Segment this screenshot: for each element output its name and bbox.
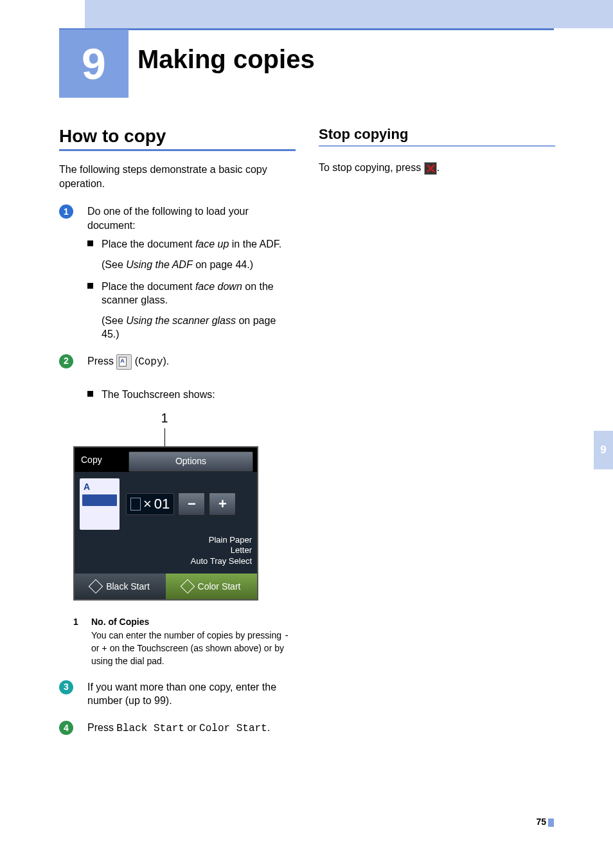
ts-title: Copy <box>75 448 125 472</box>
step-2-sub-1: The Touchscreen shows: <box>87 388 296 402</box>
step-1: 1 Do one of the following to load your d… <box>59 204 296 341</box>
callout-1-number: 1 <box>161 411 168 425</box>
ts-plus-button[interactable]: + <box>209 493 236 516</box>
copy-icon <box>116 354 132 370</box>
step-3: 3 If you want more than one copy, enter … <box>59 680 296 708</box>
left-column: How to copy The following steps demonstr… <box>59 126 296 749</box>
ts-minus-button[interactable]: − <box>178 493 205 516</box>
ts-settings-info: Plain Paper Letter Auto Tray Select <box>80 535 252 568</box>
ts-copy-count[interactable]: ×01 <box>126 493 174 515</box>
square-bullet-icon <box>87 391 93 397</box>
step-bullet-4: 4 <box>59 721 73 735</box>
stop-copying-text: To stop copying, press . <box>319 161 555 175</box>
steps-list: 1 Do one of the following to load your d… <box>59 204 296 736</box>
step-1-sub-1: Place the document face up in the ADF. (… <box>87 237 296 271</box>
section-heading-stop-copying: Stop copying <box>319 126 555 143</box>
heading-rule <box>59 149 296 151</box>
intro-paragraph: The following steps demonstrate a basic … <box>59 163 296 190</box>
step-2: 2 Press (Copy). The Touchscreen shows: 1 <box>59 354 296 667</box>
ts-preview-icon: A <box>80 478 120 530</box>
page-number: 75 <box>536 817 546 827</box>
step-bullet-1: 1 <box>59 204 73 219</box>
chapter-number: 9 <box>82 39 106 89</box>
figure-legend-1: 1 No. of Copies You can enter the number… <box>73 616 296 667</box>
section-heading-how-to-copy: How to copy <box>59 126 296 147</box>
step-bullet-2: 2 <box>59 354 73 368</box>
header-rule <box>59 28 554 30</box>
ts-options-button[interactable]: Options <box>129 451 253 472</box>
right-column: Stop copying To stop copying, press . <box>319 126 555 189</box>
callout-line <box>164 428 165 446</box>
header-band <box>85 0 613 28</box>
ts-black-start-button[interactable]: Black Start <box>75 574 166 599</box>
ts-color-start-button[interactable]: Color Start <box>166 574 257 599</box>
touchscreen: Copy Options A <box>73 446 258 601</box>
heading-rule <box>319 145 555 147</box>
stop-x-icon <box>424 162 437 175</box>
step-bullet-3: 3 <box>59 680 73 694</box>
start-diamond-icon <box>89 579 103 594</box>
step-4: 4 Press Black Start or Color Start. <box>59 721 296 736</box>
square-bullet-icon <box>87 283 93 289</box>
chapter-title: Making copies <box>138 45 315 74</box>
chapter-side-tab: 9 <box>594 431 613 469</box>
start-diamond-icon <box>180 579 195 594</box>
step-1-sub-2: Place the document face down on the scan… <box>87 280 296 341</box>
step-1-text: Do one of the following to load your doc… <box>87 206 249 231</box>
chapter-number-box: 9 <box>59 30 129 98</box>
sheet-icon <box>130 498 141 511</box>
page-corner-mark <box>548 818 554 827</box>
touchscreen-figure: 1 Copy Options A <box>87 410 296 601</box>
square-bullet-icon <box>87 240 93 246</box>
